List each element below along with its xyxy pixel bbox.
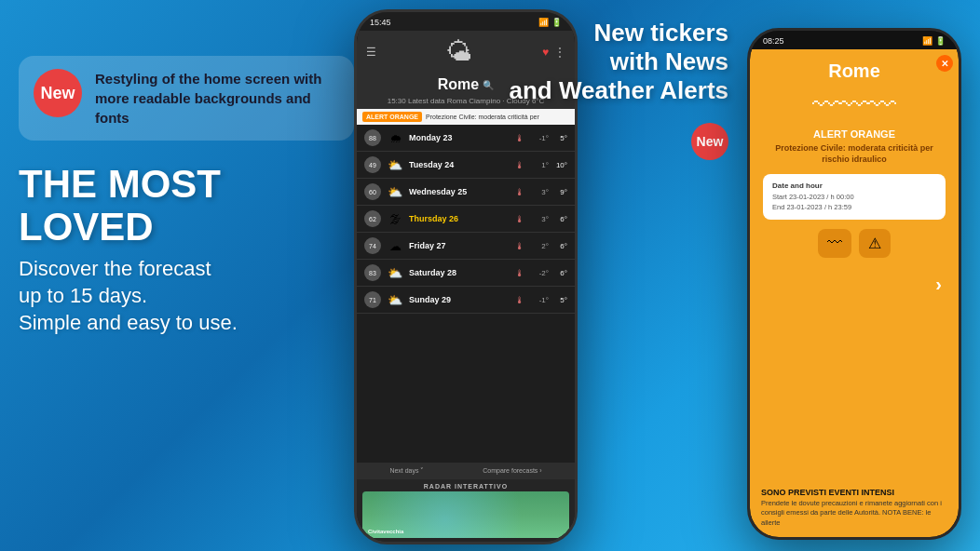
date-hour-end: End 23-01-2023 / h 23:59 (772, 203, 936, 213)
thermometer-icon: 🌡 (515, 187, 524, 197)
wave-alert-icon: 〰〰〰 (812, 89, 896, 121)
wave-icon-button[interactable]: 〰 (818, 229, 851, 258)
weather-temp-high: 6° (552, 242, 567, 250)
hamburger-icon[interactable]: ☰ (366, 46, 376, 59)
sub-headline: Discover the forecast up to 15 days. Sim… (19, 256, 354, 336)
weather-temp-low: 3° (530, 188, 549, 196)
weather-index: 60 (364, 183, 381, 200)
weather-temp-low: 3° (530, 215, 549, 223)
left-panel: New Restyling of the home screen with mo… (19, 56, 354, 336)
weather-icon: 🌧 (385, 131, 405, 145)
date-hour-card: Date and hour Start 23-01-2023 / h 00:00… (763, 174, 946, 220)
weather-day-label: Sunday 29 (409, 295, 511, 304)
thermometer-icon: 🌡 (515, 241, 524, 251)
weather-day-label: Saturday 28 (409, 268, 511, 277)
weather-temp-low: 1° (530, 161, 549, 169)
radar-section: RADAR INTERATTIVO Civitavecchia (357, 479, 575, 542)
weather-icon: ⛅ (385, 158, 405, 172)
phone-right-time: 08:25 (763, 36, 784, 46)
weather-index: 88 (364, 129, 381, 146)
weather-temp-high: 10° (552, 161, 567, 169)
date-hour-start: Start 23-01-2023 / h 00:00 (772, 193, 936, 203)
right-text-panel: New tickers with News and Weather Alerts… (486, 19, 728, 160)
arrow-right-icon[interactable]: › (935, 274, 942, 295)
thermometer-icon: 🌡 (515, 295, 524, 305)
phone-right-icons: 📶 🔋 (922, 36, 946, 46)
alert-description: Protezione Civile: moderata criticità pe… (763, 143, 946, 165)
weather-icon: ⛅ (385, 185, 405, 199)
weather-bottom-bar: Next days ˅ Compare forecasts › (357, 463, 575, 479)
phone-right: 08:25 📶 🔋 ✕ Rome 〰〰〰 ALERT ORANGE Protez… (747, 28, 961, 540)
weather-temp-high: 6° (552, 215, 567, 223)
weather-index: 49 (364, 156, 381, 173)
weather-index: 71 (364, 291, 381, 308)
alert-footer-text: SONO PREVISTI EVENTI INTENSI Prendete le… (750, 481, 959, 537)
date-hour-title: Date and hour (772, 181, 936, 190)
weather-list-item[interactable]: 71 ⛅ Sunday 29 🌡 -1° 5° (357, 287, 575, 314)
weather-index: 74 (364, 237, 381, 254)
weather-day-label: Tuesday 24 (409, 160, 511, 169)
weather-index: 83 (364, 264, 381, 281)
radar-label: RADAR INTERATTIVO (362, 483, 569, 490)
weather-icon: ⛅ (385, 293, 405, 307)
weather-day-label: Friday 27 (409, 241, 511, 250)
phone-right-status-bar: 08:25 📶 🔋 (750, 31, 959, 49)
alert-type-label: ALERT ORANGE (813, 128, 895, 140)
cloud-icon: 🌤 (446, 36, 472, 67)
weather-list-item[interactable]: 62 🌫 Thursday 26 🌡 3° 6° (357, 206, 575, 233)
close-button[interactable]: ✕ (936, 55, 953, 72)
next-days-button[interactable]: Next days ˅ (389, 467, 424, 475)
weather-temp-high: 9° (552, 188, 567, 196)
weather-list-item[interactable]: 74 ☁ Friday 27 🌡 2° 6° (357, 233, 575, 260)
weather-temp-low: 2° (530, 242, 549, 250)
alert-icons-row: 〰 ⚠ (818, 229, 891, 258)
city-name: Rome (438, 76, 479, 93)
weather-icon: ☁ (385, 239, 405, 253)
phone-left-time: 15:45 (370, 18, 391, 27)
weather-icon: ⛅ (385, 266, 405, 280)
weather-temp-low: -1° (530, 296, 549, 304)
thermometer-icon: 🌡 (515, 160, 524, 170)
right-headline: New tickers with News and Weather Alerts (486, 19, 728, 106)
weather-icon: 🌫 (385, 212, 405, 226)
radar-location: Civitavecchia (368, 529, 403, 534)
thermometer-icon: 🌡 (515, 268, 524, 278)
alert-icon-button-2[interactable]: ⚠ (859, 229, 891, 258)
weather-temp-high: 5° (552, 296, 567, 304)
alert-footer-bold: SONO PREVISTI EVENTI INTENSI (761, 487, 947, 499)
radar-map: Civitavecchia (362, 491, 569, 538)
new-badge-description: Restyling of the home screen with more r… (95, 69, 339, 128)
new-badge: New (34, 69, 82, 117)
alert-card: ✕ Rome 〰〰〰 ALERT ORANGE Protezione Civil… (750, 49, 959, 481)
main-headline: THE MOST LOVED (19, 163, 354, 249)
right-new-badge: New (691, 123, 728, 160)
alert-orange-label: ALERT ORANGE (362, 112, 422, 122)
weather-list-item[interactable]: 60 ⛅ Wednesday 25 🌡 3° 9° (357, 179, 575, 206)
weather-temp-high: 6° (552, 269, 567, 277)
new-badge-container: New Restyling of the home screen with mo… (19, 56, 354, 141)
weather-day-label: Thursday 26 (409, 214, 511, 223)
weather-list: 88 🌧 Monday 23 🌡 -1° 5° 49 ⛅ Tuesday 24 … (357, 125, 575, 463)
thermometer-icon: 🌡 (515, 214, 524, 224)
alert-city-name: Rome (828, 60, 880, 82)
weather-day-label: Wednesday 25 (409, 187, 511, 196)
weather-list-item[interactable]: 83 ⛅ Saturday 28 🌡 -2° 6° (357, 260, 575, 287)
weather-index: 62 (364, 210, 381, 227)
compare-forecasts-button[interactable]: Compare forecasts › (483, 467, 541, 475)
alert-footer-body: Prendete le dovute precauzioni e rimanet… (761, 499, 947, 529)
weather-temp-low: -2° (530, 269, 549, 277)
